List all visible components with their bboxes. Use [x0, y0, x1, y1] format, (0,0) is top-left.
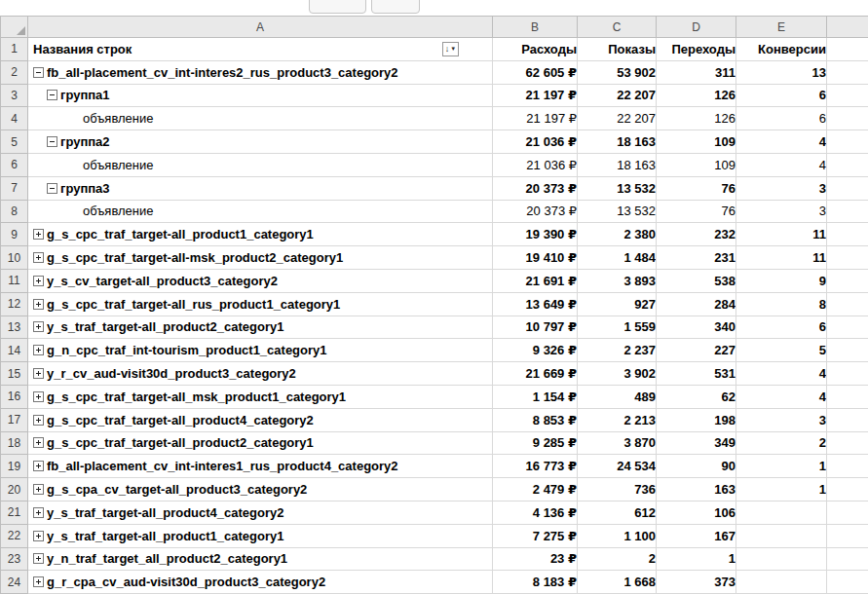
cell-empty[interactable]: [827, 455, 868, 478]
collapse-button[interactable]: [33, 67, 44, 78]
row-label-cell[interactable]: объявление: [28, 200, 493, 223]
header-impressions[interactable]: Показы: [578, 38, 657, 61]
cell-conversions[interactable]: 11: [736, 223, 827, 246]
collapse-button[interactable]: [47, 90, 57, 100]
expand-button[interactable]: [33, 461, 44, 471]
collapse-button[interactable]: [47, 183, 57, 194]
cell-spend[interactable]: 8 853 ₽: [493, 408, 578, 431]
cell-conversions[interactable]: 6: [736, 107, 827, 130]
row-number[interactable]: 14: [1, 339, 28, 362]
expand-button[interactable]: [33, 507, 44, 518]
collapse-button[interactable]: [47, 136, 57, 147]
cell-spend[interactable]: 20 373 ₽: [493, 200, 578, 223]
cell-spend[interactable]: 2 479 ₽: [493, 478, 578, 501]
row-label-cell[interactable]: y_s_traf_target-all_product4_category2: [28, 501, 493, 524]
ribbon-button-partial-2[interactable]: [371, 0, 420, 14]
column-header-e[interactable]: E: [736, 17, 827, 38]
row-label-cell[interactable]: y_s_cv_target-all_product3_category2: [28, 269, 493, 292]
row-label-cell[interactable]: g_s_cpc_traf_target-all_msk_product1_cat…: [28, 385, 493, 408]
cell-empty[interactable]: [827, 524, 868, 547]
row-number[interactable]: 24: [1, 571, 28, 594]
cell-spend[interactable]: 21 036 ₽: [493, 130, 578, 154]
row-number[interactable]: 20: [1, 478, 28, 501]
expand-button[interactable]: [33, 299, 44, 310]
cell-clicks[interactable]: 227: [657, 339, 736, 362]
column-header-f-partial[interactable]: [827, 17, 868, 38]
cell-spend[interactable]: 13 649 ₽: [493, 292, 578, 316]
expand-button[interactable]: [33, 415, 44, 426]
cell-empty[interactable]: [827, 362, 868, 386]
cell-empty[interactable]: [827, 38, 868, 61]
row-label-cell[interactable]: g_s_cpc_traf_target-all_rus_product1_cat…: [28, 292, 493, 316]
cell-spend[interactable]: 23 ₽: [493, 547, 578, 571]
row-number[interactable]: 10: [1, 246, 28, 270]
row-label-cell[interactable]: объявление: [28, 153, 493, 176]
cell-clicks[interactable]: 198: [657, 408, 736, 431]
cell-impressions[interactable]: 53 902: [578, 60, 657, 84]
cell-spend[interactable]: 21 669 ₽: [493, 362, 578, 386]
row-label-cell[interactable]: группа1: [28, 84, 493, 107]
cell-empty[interactable]: [827, 501, 868, 524]
cell-empty[interactable]: [827, 269, 868, 292]
cell-conversions[interactable]: 3: [736, 408, 827, 431]
cell-clicks[interactable]: 311: [657, 60, 736, 84]
row-number[interactable]: 6: [1, 153, 28, 176]
cell-conversions[interactable]: 8: [736, 292, 827, 316]
expand-button[interactable]: [33, 276, 44, 286]
cell-impressions[interactable]: 13 532: [578, 200, 657, 223]
cell-spend[interactable]: 19 390 ₽: [493, 223, 578, 246]
cell-empty[interactable]: [827, 176, 868, 200]
cell-empty[interactable]: [827, 200, 868, 223]
row-number[interactable]: 12: [1, 292, 28, 316]
cell-spend[interactable]: 16 773 ₽: [493, 455, 578, 478]
expand-button[interactable]: [33, 576, 44, 587]
cell-impressions[interactable]: 3 902: [578, 362, 657, 386]
cell-impressions[interactable]: 736: [578, 478, 657, 501]
cell-clicks[interactable]: 231: [657, 246, 736, 270]
cell-conversions[interactable]: 2: [736, 431, 827, 455]
row-number[interactable]: 5: [1, 130, 28, 154]
column-header-a[interactable]: A: [28, 17, 493, 38]
cell-clicks[interactable]: 340: [657, 316, 736, 339]
row-number[interactable]: 3: [1, 84, 28, 107]
cell-empty[interactable]: [827, 408, 868, 431]
cell-empty[interactable]: [827, 292, 868, 316]
row-label-cell[interactable]: g_s_cpc_traf_target-all_product2_categor…: [28, 431, 493, 455]
cell-empty[interactable]: [827, 60, 868, 84]
cell-impressions[interactable]: 22 207: [578, 107, 657, 130]
row-labels-filter-button[interactable]: ↓▼: [442, 42, 459, 56]
row-number[interactable]: 19: [1, 455, 28, 478]
expand-button[interactable]: [33, 531, 44, 541]
cell-empty[interactable]: [827, 339, 868, 362]
cell-impressions[interactable]: 1 559: [578, 316, 657, 339]
cell-conversions[interactable]: [736, 547, 827, 571]
row-number[interactable]: 22: [1, 524, 28, 547]
cell-impressions[interactable]: 1 100: [578, 524, 657, 547]
cell-spend[interactable]: 4 136 ₽: [493, 501, 578, 524]
cell-conversions[interactable]: 4: [736, 362, 827, 386]
row-label-cell[interactable]: y_s_traf_target-all_product2_category1: [28, 316, 493, 339]
row-label-cell[interactable]: y_r_cv_aud-visit30d_product3_category2: [28, 362, 493, 386]
cell-clicks[interactable]: 76: [657, 176, 736, 200]
row-label-cell[interactable]: y_s_traf_target-all_product1_category1: [28, 524, 493, 547]
cell-impressions[interactable]: 22 207: [578, 84, 657, 107]
cell-clicks[interactable]: 349: [657, 431, 736, 455]
cell-impressions[interactable]: 18 163: [578, 153, 657, 176]
cell-impressions[interactable]: 24 534: [578, 455, 657, 478]
cell-clicks[interactable]: 163: [657, 478, 736, 501]
cell-clicks[interactable]: 232: [657, 223, 736, 246]
cell-conversions[interactable]: 1: [736, 478, 827, 501]
cell-empty[interactable]: [827, 246, 868, 270]
cell-impressions[interactable]: 927: [578, 292, 657, 316]
row-number[interactable]: 4: [1, 107, 28, 130]
cell-spend[interactable]: 9 285 ₽: [493, 431, 578, 455]
cell-clicks[interactable]: 106: [657, 501, 736, 524]
row-label-cell[interactable]: g_s_cpc_traf_target-all_product1_categor…: [28, 223, 493, 246]
cell-conversions[interactable]: [736, 571, 827, 594]
cell-empty[interactable]: [827, 316, 868, 339]
header-spend[interactable]: Расходы: [493, 38, 578, 61]
row-number[interactable]: 8: [1, 200, 28, 223]
cell-spend[interactable]: 20 373 ₽: [493, 176, 578, 200]
ribbon-button-partial-1[interactable]: [309, 0, 366, 14]
cell-conversions[interactable]: 5: [736, 339, 827, 362]
